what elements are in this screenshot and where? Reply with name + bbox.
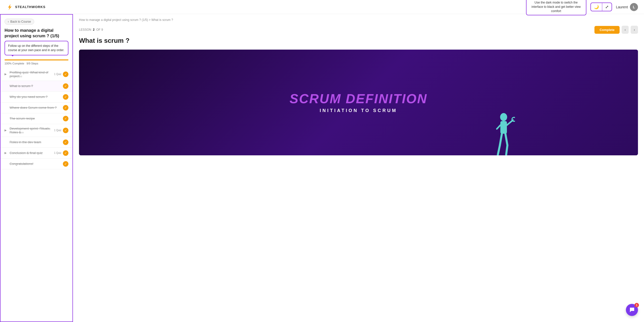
lesson-prefix: LESSON — [79, 28, 91, 31]
back-to-course-button[interactable]: ‹ Back to Course — [5, 19, 34, 25]
lesson-badge: 1 Quiz — [54, 152, 61, 154]
check-icon: ✓ — [63, 161, 68, 167]
lesson-label: Why do you need scrum ? — [10, 95, 63, 99]
check-icon: ✓ — [63, 83, 68, 89]
avatar: L — [630, 3, 638, 11]
check-icon: ✓ — [63, 105, 68, 111]
lesson-label: What is scrum ? — [10, 84, 63, 88]
lesson-label: The scrum recipe — [10, 117, 63, 120]
check-icon: ✓ — [63, 139, 68, 145]
sidebar: ‹ Back to Course How to manage a digital… — [0, 14, 73, 322]
svg-line-9 — [506, 145, 507, 155]
lesson-item[interactable]: ▶Development sprint: Rituals, Roles &...… — [1, 124, 72, 137]
back-label: Back to Course — [10, 20, 31, 23]
lesson-item-left: ▶Development sprint: Rituals, Roles &...… — [5, 127, 63, 134]
lesson-item-left: ▶Conclusion & final quiz1 Quiz — [5, 151, 63, 155]
content-area: How to manage a digital project using sc… — [73, 14, 644, 322]
svg-line-6 — [500, 134, 502, 145]
lesson-list: ▶Profiling quiz: What kind of project...… — [1, 68, 72, 169]
video-main-title: SCRUM DEFINITION — [290, 92, 427, 106]
lesson-item-left: The scrum recipe — [5, 117, 63, 120]
lesson-item[interactable]: ▶Profiling quiz: What kind of project...… — [1, 68, 72, 81]
dark-mode-tooltip: Use the dark mode to switch the interfac… — [526, 0, 586, 15]
svg-line-8 — [498, 145, 500, 155]
lesson-item-left: Why do you need scrum ? — [5, 95, 63, 99]
video-container[interactable]: SCRUM DEFINITION INITIATION TO SCRUM — [79, 50, 638, 155]
lesson-label: Roles in the dev team — [10, 140, 63, 144]
expand-icon: ▶ — [5, 151, 8, 155]
progress-text: 100% Complete 9/9 Steps — [1, 61, 72, 68]
progress-bar-background — [5, 59, 68, 60]
lesson-label: Development sprint: Rituals, Roles &... — [10, 127, 52, 134]
user-area[interactable]: Laurent L — [616, 3, 638, 11]
lesson-title: What is scrum ? — [79, 37, 638, 45]
lesson-item[interactable]: Roles in the dev team✓ — [1, 137, 72, 148]
lesson-item[interactable]: Congratulations!✓ — [1, 159, 72, 169]
nav-right: Use the dark mode to switch the interfac… — [526, 0, 638, 15]
progress-complete-label: 100% Complete — [5, 62, 24, 65]
player-figure-icon — [492, 110, 515, 155]
breadcrumb-separator: > — [149, 18, 151, 22]
expand-icon: ▶ — [5, 129, 8, 132]
lesson-label: Conclusion & final quiz — [10, 151, 52, 155]
top-navigation: STEALTHWORKS Use the dark mode to switch… — [0, 0, 644, 14]
check-icon: ✓ — [63, 116, 68, 121]
lesson-item[interactable]: ▶Conclusion & final quiz1 Quiz✓ — [1, 148, 72, 159]
lesson-label: Where does Scrum come from ? — [10, 106, 63, 110]
tooltip-text: Follow up on the different steps of the … — [8, 44, 64, 52]
lesson-header-row: LESSON 2 OF 9 Complete ‹ › — [79, 24, 638, 37]
breadcrumb-current: What is scrum ? — [151, 18, 173, 22]
chat-bubble[interactable]: 1 — [626, 304, 638, 316]
prev-lesson-button[interactable]: ‹ — [622, 26, 629, 34]
lesson-item-left: What is scrum ? — [5, 84, 63, 88]
lesson-item-left: ▶Profiling quiz: What kind of project...… — [5, 70, 63, 78]
lesson-of-total: OF 9 — [96, 28, 103, 31]
expand-icon: ▶ — [5, 73, 8, 76]
tooltip-callout: Follow up on the different steps of the … — [5, 41, 68, 55]
back-arrow-icon: ‹ — [8, 20, 9, 23]
lesson-number: LESSON 2 OF 9 — [79, 28, 103, 31]
lesson-item-left: Congratulations! — [5, 162, 63, 166]
check-icon: ✓ — [63, 128, 68, 133]
lesson-label: Congratulations! — [10, 162, 63, 166]
sidebar-course-title: How to manage a digital project using sc… — [1, 28, 72, 41]
dark-mode-buttons: 🌙 ⤢ — [590, 3, 612, 11]
chat-icon — [629, 307, 635, 313]
chat-badge: 1 — [634, 303, 639, 307]
svg-line-5 — [497, 125, 500, 129]
svg-point-4 — [512, 117, 515, 121]
lesson-number-value: 2 — [93, 28, 95, 31]
check-icon: ✓ — [63, 150, 68, 156]
lesson-item-left: Where does Scrum come from ? — [5, 106, 63, 110]
dark-mode-toggle[interactable]: 🌙 — [591, 3, 602, 11]
video-subtitle: INITIATION TO SCRUM — [320, 108, 397, 113]
lesson-item[interactable]: The scrum recipe✓ — [1, 113, 72, 124]
logo-text: STEALTHWORKS — [15, 5, 46, 9]
lesson-badge: 1 Quiz — [54, 129, 61, 132]
main-layout: ‹ Back to Course How to manage a digital… — [0, 14, 644, 322]
lesson-badge: 1 Quiz — [54, 73, 61, 76]
complete-button[interactable]: Complete — [594, 26, 619, 34]
breadcrumb-course-link[interactable]: How to manage a digital project using sc… — [79, 18, 148, 22]
user-name: Laurent — [616, 5, 628, 9]
svg-line-7 — [505, 134, 507, 145]
logo-icon — [6, 4, 13, 11]
svg-point-1 — [500, 113, 507, 121]
progress-bar-wrap — [1, 59, 72, 61]
logo-area: STEALTHWORKS — [6, 4, 46, 11]
video-background: SCRUM DEFINITION INITIATION TO SCRUM — [79, 50, 638, 155]
lesson-item[interactable]: Where does Scrum come from ?✓ — [1, 102, 72, 113]
lesson-item-left: Roles in the dev team — [5, 140, 63, 144]
check-icon: ✓ — [63, 94, 68, 100]
breadcrumb: How to manage a digital project using sc… — [79, 14, 638, 24]
lesson-item[interactable]: Why do you need scrum ?✓ — [1, 92, 72, 102]
progress-bar-fill — [5, 59, 68, 60]
lesson-actions: Complete ‹ › — [594, 26, 638, 34]
lesson-item[interactable]: What is scrum ?✓ — [1, 81, 72, 92]
svg-marker-0 — [8, 4, 12, 10]
fullscreen-toggle[interactable]: ⤢ — [602, 3, 612, 11]
svg-rect-2 — [500, 121, 507, 134]
lesson-label: Profiling quiz: What kind of project... — [10, 70, 52, 78]
steps-label: 9/9 Steps — [26, 62, 38, 65]
next-lesson-button[interactable]: › — [631, 26, 638, 34]
